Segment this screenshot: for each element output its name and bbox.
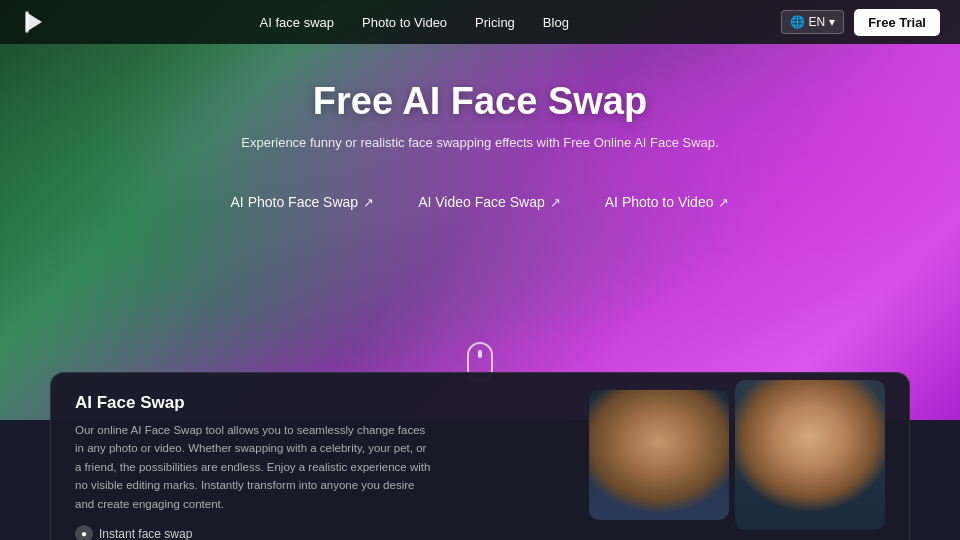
logo[interactable]	[20, 8, 48, 36]
svg-rect-1	[25, 11, 29, 33]
lang-label: EN	[809, 15, 826, 29]
hero-tabs: AI Photo Face Swap ↗ AI Video Face Swap …	[213, 186, 748, 218]
instant-swap-link[interactable]: ● Instant face swap	[75, 525, 435, 540]
nav-ai-face-swap[interactable]: AI face swap	[260, 15, 334, 30]
face-image-left	[589, 390, 729, 520]
free-trial-button[interactable]: Free Trial	[854, 9, 940, 36]
tab-photo-face-swap[interactable]: AI Photo Face Swap ↗	[213, 186, 393, 218]
nav-right: 🌐 EN ▾ Free Trial	[781, 9, 940, 36]
tab-p2v-label: AI Photo to Video	[605, 194, 714, 210]
nav-photo-to-video[interactable]: Photo to Video	[362, 15, 447, 30]
scroll-dot	[478, 350, 482, 358]
instant-swap-label: Instant face swap	[99, 527, 192, 540]
hero-subtitle: Experience funny or realistic face swapp…	[241, 135, 718, 150]
bottom-images	[465, 393, 885, 530]
bottom-section-title: AI Face Swap	[75, 393, 435, 413]
tab-video-arrow: ↗	[550, 195, 561, 210]
bottom-card: AI Face Swap Our online AI Face Swap too…	[50, 372, 910, 540]
tab-p2v-arrow: ↗	[718, 195, 729, 210]
tab-photo-label: AI Photo Face Swap	[231, 194, 359, 210]
flag-icon: 🌐	[790, 15, 805, 29]
hero-section: Free AI Face Swap Experience funny or re…	[0, 0, 960, 420]
nav-pricing[interactable]: Pricing	[475, 15, 515, 30]
instant-swap-icon: ●	[75, 525, 93, 540]
face-image-right	[735, 380, 885, 530]
language-button[interactable]: 🌐 EN ▾	[781, 10, 845, 34]
tab-video-face-swap[interactable]: AI Video Face Swap ↗	[400, 186, 579, 218]
face-photo-right	[735, 380, 885, 530]
tab-photo-to-video[interactable]: AI Photo to Video ↗	[587, 186, 748, 218]
face-photo-left	[589, 390, 729, 520]
hero-title: Free AI Face Swap	[313, 80, 647, 123]
nav-blog[interactable]: Blog	[543, 15, 569, 30]
navbar: AI face swap Photo to Video Pricing Blog…	[0, 0, 960, 44]
bottom-left-content: AI Face Swap Our online AI Face Swap too…	[75, 393, 435, 540]
chevron-down-icon: ▾	[829, 15, 835, 29]
tab-photo-arrow: ↗	[363, 195, 374, 210]
nav-links: AI face swap Photo to Video Pricing Blog	[260, 15, 569, 30]
bottom-section-description: Our online AI Face Swap tool allows you …	[75, 421, 435, 513]
tab-video-label: AI Video Face Swap	[418, 194, 545, 210]
